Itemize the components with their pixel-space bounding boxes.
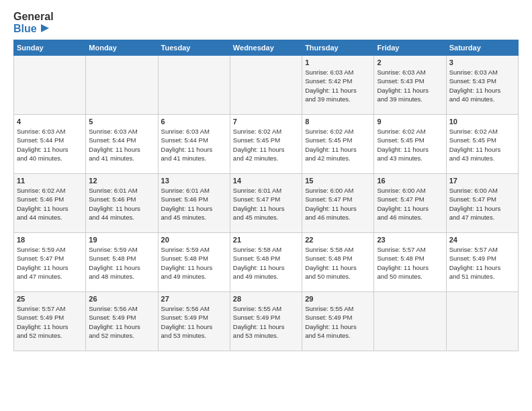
day-number: 2	[377, 58, 443, 66]
calendar-week-5: 25Sunrise: 5:57 AMSunset: 5:49 PMDayligh…	[14, 292, 519, 351]
calendar-cell: 2Sunrise: 6:03 AMSunset: 5:43 PMDaylight…	[374, 56, 446, 115]
cell-content: Sunrise: 6:03 AMSunset: 5:44 PMDaylight:…	[17, 127, 83, 163]
calendar-cell: 26Sunrise: 5:56 AMSunset: 5:49 PMDayligh…	[86, 292, 158, 351]
col-header-tuesday: Tuesday	[158, 40, 230, 56]
calendar-cell: 22Sunrise: 5:58 AMSunset: 5:48 PMDayligh…	[302, 233, 374, 292]
calendar-week-1: 1Sunrise: 6:03 AMSunset: 5:42 PMDaylight…	[14, 56, 519, 115]
calendar-cell: 19Sunrise: 5:59 AMSunset: 5:48 PMDayligh…	[86, 233, 158, 292]
calendar-cell: 16Sunrise: 6:00 AMSunset: 5:47 PMDayligh…	[374, 174, 446, 233]
col-header-monday: Monday	[86, 40, 158, 56]
page-header: General Blue	[13, 11, 519, 34]
day-number: 10	[449, 118, 515, 126]
day-number: 23	[377, 236, 443, 244]
calendar-cell: 23Sunrise: 5:57 AMSunset: 5:48 PMDayligh…	[374, 233, 446, 292]
day-number: 11	[17, 177, 83, 185]
calendar-cell: 21Sunrise: 5:58 AMSunset: 5:48 PMDayligh…	[230, 233, 302, 292]
cell-content: Sunrise: 5:57 AMSunset: 5:49 PMDaylight:…	[17, 304, 83, 340]
calendar-cell: 7Sunrise: 6:02 AMSunset: 5:45 PMDaylight…	[230, 115, 302, 174]
calendar-cell	[374, 292, 446, 351]
col-header-sunday: Sunday	[14, 40, 86, 56]
calendar-cell: 29Sunrise: 5:55 AMSunset: 5:49 PMDayligh…	[302, 292, 374, 351]
cell-content: Sunrise: 6:03 AMSunset: 5:43 PMDaylight:…	[449, 68, 515, 103]
calendar-cell: 6Sunrise: 6:03 AMSunset: 5:44 PMDaylight…	[158, 115, 230, 174]
calendar-cell: 27Sunrise: 5:56 AMSunset: 5:49 PMDayligh…	[158, 292, 230, 351]
day-number: 16	[377, 177, 443, 185]
day-number: 6	[161, 118, 227, 126]
day-number: 8	[305, 118, 371, 126]
cell-content: Sunrise: 5:59 AMSunset: 5:48 PMDaylight:…	[161, 245, 227, 281]
calendar-cell: 20Sunrise: 5:59 AMSunset: 5:48 PMDayligh…	[158, 233, 230, 292]
day-number: 28	[233, 295, 299, 303]
cell-content: Sunrise: 5:59 AMSunset: 5:47 PMDaylight:…	[17, 245, 83, 281]
cell-content: Sunrise: 6:02 AMSunset: 5:45 PMDaylight:…	[449, 127, 515, 163]
cell-content: Sunrise: 5:57 AMSunset: 5:49 PMDaylight:…	[449, 245, 515, 281]
day-number: 27	[161, 295, 227, 303]
day-number: 18	[17, 236, 83, 244]
calendar-table: SundayMondayTuesdayWednesdayThursdayFrid…	[13, 40, 519, 351]
calendar-cell	[86, 56, 158, 115]
day-number: 21	[233, 236, 299, 244]
day-number: 26	[89, 295, 154, 303]
calendar-cell	[446, 292, 518, 351]
day-number: 29	[305, 295, 371, 303]
day-number: 22	[305, 236, 371, 244]
calendar-week-4: 18Sunrise: 5:59 AMSunset: 5:47 PMDayligh…	[14, 233, 519, 292]
cell-content: Sunrise: 6:03 AMSunset: 5:43 PMDaylight:…	[377, 68, 443, 103]
calendar-cell: 24Sunrise: 5:57 AMSunset: 5:49 PMDayligh…	[446, 233, 518, 292]
cell-content: Sunrise: 6:01 AMSunset: 5:46 PMDaylight:…	[161, 186, 227, 222]
calendar-cell: 12Sunrise: 6:01 AMSunset: 5:46 PMDayligh…	[86, 174, 158, 233]
col-header-friday: Friday	[374, 40, 446, 56]
day-number: 15	[305, 177, 371, 185]
day-number: 17	[449, 177, 515, 185]
day-number: 5	[89, 118, 154, 126]
calendar-cell	[158, 56, 230, 115]
calendar-cell	[230, 56, 302, 115]
day-number: 7	[233, 118, 299, 126]
calendar-week-2: 4Sunrise: 6:03 AMSunset: 5:44 PMDaylight…	[14, 115, 519, 174]
logo-blue: Blue	[13, 23, 54, 35]
day-number: 14	[233, 177, 299, 185]
calendar-cell: 28Sunrise: 5:55 AMSunset: 5:49 PMDayligh…	[230, 292, 302, 351]
cell-content: Sunrise: 6:03 AMSunset: 5:42 PMDaylight:…	[305, 68, 371, 103]
calendar-cell: 11Sunrise: 6:02 AMSunset: 5:46 PMDayligh…	[14, 174, 86, 233]
logo-general: General	[13, 11, 54, 23]
calendar-cell: 17Sunrise: 6:00 AMSunset: 5:47 PMDayligh…	[446, 174, 518, 233]
calendar-cell: 5Sunrise: 6:03 AMSunset: 5:44 PMDaylight…	[86, 115, 158, 174]
cell-content: Sunrise: 6:00 AMSunset: 5:47 PMDaylight:…	[305, 186, 371, 222]
day-number: 1	[305, 58, 371, 66]
cell-content: Sunrise: 6:00 AMSunset: 5:47 PMDaylight:…	[449, 186, 515, 222]
day-number: 19	[89, 236, 154, 244]
cell-content: Sunrise: 6:00 AMSunset: 5:47 PMDaylight:…	[377, 186, 443, 222]
calendar-cell: 1Sunrise: 6:03 AMSunset: 5:42 PMDaylight…	[302, 56, 374, 115]
day-number: 25	[17, 295, 83, 303]
cell-content: Sunrise: 6:03 AMSunset: 5:44 PMDaylight:…	[161, 127, 227, 163]
calendar-cell: 13Sunrise: 6:01 AMSunset: 5:46 PMDayligh…	[158, 174, 230, 233]
cell-content: Sunrise: 5:55 AMSunset: 5:49 PMDaylight:…	[233, 304, 299, 340]
calendar-cell: 15Sunrise: 6:00 AMSunset: 5:47 PMDayligh…	[302, 174, 374, 233]
cell-content: Sunrise: 6:01 AMSunset: 5:47 PMDaylight:…	[233, 186, 299, 222]
col-header-thursday: Thursday	[302, 40, 374, 56]
svg-marker-0	[41, 24, 49, 32]
calendar-cell: 8Sunrise: 6:02 AMSunset: 5:45 PMDaylight…	[302, 115, 374, 174]
calendar-cell: 3Sunrise: 6:03 AMSunset: 5:43 PMDaylight…	[446, 56, 518, 115]
calendar-cell: 10Sunrise: 6:02 AMSunset: 5:45 PMDayligh…	[446, 115, 518, 174]
day-number: 3	[449, 58, 515, 66]
cell-content: Sunrise: 5:58 AMSunset: 5:48 PMDaylight:…	[305, 245, 371, 281]
cell-content: Sunrise: 5:56 AMSunset: 5:49 PMDaylight:…	[161, 304, 227, 340]
day-number: 13	[161, 177, 227, 185]
day-number: 4	[17, 118, 83, 126]
cell-content: Sunrise: 6:02 AMSunset: 5:45 PMDaylight:…	[233, 127, 299, 163]
cell-content: Sunrise: 5:55 AMSunset: 5:49 PMDaylight:…	[305, 304, 371, 340]
cell-content: Sunrise: 5:57 AMSunset: 5:48 PMDaylight:…	[377, 245, 443, 281]
calendar-cell	[14, 56, 86, 115]
logo-svg: General Blue	[13, 11, 54, 34]
cell-content: Sunrise: 6:02 AMSunset: 5:45 PMDaylight:…	[377, 127, 443, 163]
col-header-wednesday: Wednesday	[230, 40, 302, 56]
calendar-cell: 4Sunrise: 6:03 AMSunset: 5:44 PMDaylight…	[14, 115, 86, 174]
cell-content: Sunrise: 5:58 AMSunset: 5:48 PMDaylight:…	[233, 245, 299, 281]
calendar-cell: 14Sunrise: 6:01 AMSunset: 5:47 PMDayligh…	[230, 174, 302, 233]
calendar-header-row: SundayMondayTuesdayWednesdayThursdayFrid…	[14, 40, 519, 56]
cell-content: Sunrise: 5:56 AMSunset: 5:49 PMDaylight:…	[89, 304, 154, 340]
cell-content: Sunrise: 6:02 AMSunset: 5:46 PMDaylight:…	[17, 186, 83, 222]
logo: General Blue	[13, 11, 54, 34]
